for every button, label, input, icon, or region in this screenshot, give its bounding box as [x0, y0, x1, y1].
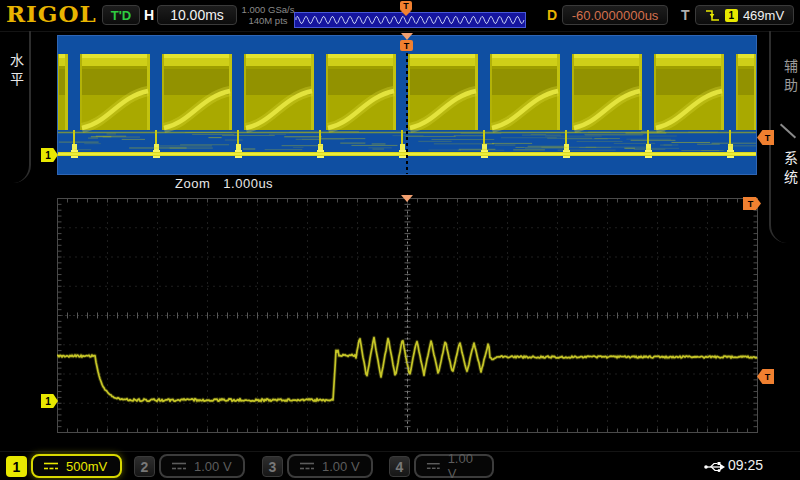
tab-separator-line — [780, 124, 796, 139]
zoom-waveform-display — [57, 197, 758, 437]
zoom-trigger-position-marker[interactable] — [401, 195, 413, 202]
channel-bar: 1 500mV 2 1.00 V 3 — [0, 451, 800, 480]
menu-tab-horizontal[interactable]: 水平 — [0, 31, 31, 183]
delay-value: -60.0000000us — [572, 8, 659, 23]
trigger-settings-field[interactable]: 1 469mV — [695, 5, 794, 25]
delay-field[interactable]: -60.0000000us — [562, 5, 668, 25]
trigger-label: T — [681, 7, 690, 23]
channel-1-button[interactable]: 1 — [6, 456, 27, 477]
preview-trigger-position-marker[interactable]: T — [400, 1, 412, 11]
dc-coupling-icon — [43, 461, 59, 471]
trigger-marker-arrow-icon — [401, 33, 413, 40]
channel-1-scale: 500mV — [66, 459, 107, 474]
horizontal-label: H — [144, 7, 154, 23]
zoom-trigger-level-marker[interactable]: T — [757, 369, 774, 384]
trigger-level-value: 469mV — [743, 8, 784, 23]
channel-2-scale: 1.00 V — [194, 459, 232, 474]
dc-coupling-icon — [426, 461, 441, 471]
trigger-status-badge: T'D — [102, 5, 140, 25]
channel-3-scale: 1.00 V — [322, 459, 360, 474]
trigger-status-text: T'D — [111, 8, 131, 23]
usb-icon — [704, 461, 726, 473]
acquisition-info: 1.000 GSa/s 140M pts — [240, 4, 296, 26]
menu-tab-horizontal-label: 水平 — [6, 53, 26, 91]
overview-waveform-display — [57, 35, 757, 175]
channel-4-button[interactable]: 4 — [389, 456, 410, 477]
status-bar: RIGOL T'D H 10.00ms 1.000 GSa/s 140M pts… — [0, 0, 800, 32]
overview-channel1-position-marker[interactable]: 1 — [41, 148, 58, 162]
zoom-trigger-corner-badge[interactable]: T — [743, 197, 761, 210]
zoom-label-text: Zoom — [175, 176, 210, 191]
clock: 09:25 — [728, 457, 763, 473]
overview-trigger-level-marker[interactable]: T — [757, 130, 774, 145]
trigger-source-badge: 1 — [725, 9, 738, 22]
channel-3-scale-box[interactable]: 1.00 V — [287, 454, 373, 478]
timebase-field[interactable]: 10.00ms — [157, 5, 237, 25]
trigger-marker-label: T — [400, 1, 412, 11]
dc-coupling-icon — [171, 461, 187, 471]
rigol-logo: RIGOL — [6, 0, 97, 27]
memory-depth: 140M pts — [240, 15, 296, 26]
channel-1-scale-box[interactable]: 500mV — [31, 454, 122, 478]
zoom-scale-value: 1.000us — [223, 176, 273, 191]
sample-rate: 1.000 GSa/s — [240, 4, 296, 15]
timebase-value: 10.00ms — [170, 7, 224, 23]
oscilloscope-screen: RIGOL T'D H 10.00ms 1.000 GSa/s 140M pts… — [0, 0, 800, 480]
channel-2-button[interactable]: 2 — [134, 456, 155, 477]
trigger-marker-label: T — [400, 40, 413, 51]
channel-4-scale-box[interactable]: 1.00 V — [414, 454, 494, 478]
delay-label: D — [547, 7, 557, 23]
falling-edge-icon — [705, 9, 720, 22]
channel-3-button[interactable]: 3 — [262, 456, 283, 477]
menu-tab-system-label[interactable]: 系统 — [780, 151, 800, 189]
menu-tab-utility-label[interactable]: 辅助 — [780, 59, 800, 97]
channel-4-scale: 1.00 V — [448, 451, 482, 480]
overview-trigger-position-marker[interactable]: T — [400, 33, 413, 51]
dc-coupling-icon — [299, 461, 315, 471]
zoom-channel1-position-marker[interactable]: 1 — [41, 394, 58, 408]
trigger-marker-tail-icon — [401, 11, 411, 16]
zoom-scale-label: Zoom 1.000us — [175, 176, 273, 191]
channel-2-scale-box[interactable]: 1.00 V — [159, 454, 245, 478]
